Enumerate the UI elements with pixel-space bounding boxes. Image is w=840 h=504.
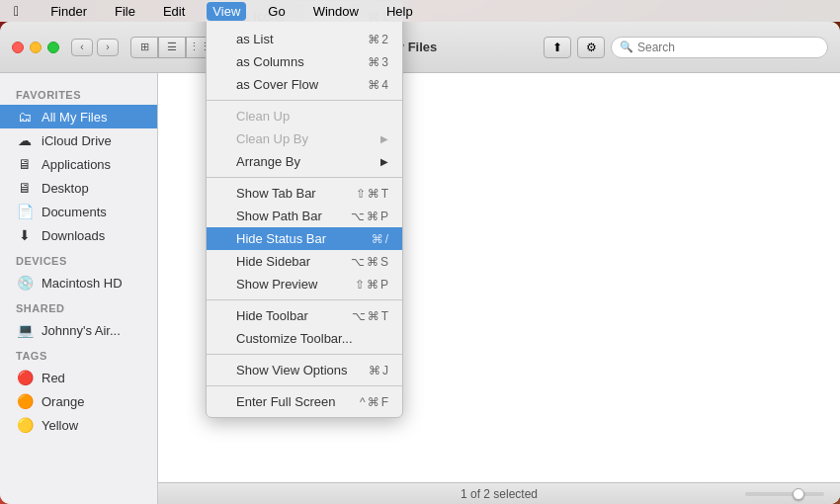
slider-track [745, 492, 824, 496]
go-menu[interactable]: Go [262, 2, 291, 21]
share-button[interactable]: ⬆ [544, 37, 571, 58]
as-columns-label: as Columns [236, 54, 368, 69]
sidebar-item-icloud-drive[interactable]: ☁ iCloud Drive [0, 128, 157, 152]
favorites-header: Favorites [0, 81, 157, 105]
show-tab-bar-label: Show Tab Bar [236, 186, 356, 201]
menu-item-as-cover-flow[interactable]: as Cover Flow ⌘4 [207, 73, 402, 96]
toolbar-right: ⬆ ⚙ 🔍 [544, 37, 828, 58]
menu-item-customize-toolbar[interactable]: Customize Toolbar... [207, 327, 402, 350]
customize-toolbar-label: Customize Toolbar... [236, 331, 388, 346]
edit-menu[interactable]: Edit [157, 2, 191, 21]
title-bar: ‹ › ⊞ ☰ ⋮⋮ ⧉ 🗂 All My Files ⬆ ⚙ 🔍 [0, 22, 840, 73]
hide-sidebar-shortcut: ⌥⌘S [351, 255, 388, 269]
show-tab-bar-shortcut: ⇧⌘T [356, 187, 388, 201]
downloads-label: Downloads [42, 228, 141, 243]
applications-icon: 🖥 [16, 156, 34, 172]
all-my-files-icon: 🗂 [16, 109, 34, 125]
menu-item-show-tab-bar[interactable]: Show Tab Bar ⇧⌘T [207, 182, 402, 205]
separator-3 [207, 299, 402, 300]
menu-item-hide-toolbar[interactable]: Hide Toolbar ⌥⌘T [207, 304, 402, 327]
finder-window: ‹ › ⊞ ☰ ⋮⋮ ⧉ 🗂 All My Files ⬆ ⚙ 🔍 Favori… [0, 22, 840, 504]
search-bar[interactable]: 🔍 [611, 37, 828, 58]
view-menu[interactable]: View [207, 2, 246, 21]
menu-item-hide-sidebar[interactable]: Hide Sidebar ⌥⌘S [207, 250, 402, 273]
tag-red-label: Red [42, 371, 141, 385]
sidebar-item-tag-red[interactable]: 🔴 Red [0, 366, 157, 389]
macintosh-hd-label: Macintosh HD [42, 276, 141, 291]
nav-buttons: ‹ › [71, 39, 119, 56]
as-list-label: as List [236, 32, 368, 46]
tag-red-icon: 🔴 [16, 370, 34, 385]
window-menu[interactable]: Window [307, 2, 365, 21]
sidebar-item-applications[interactable]: 🖥 Applications [0, 152, 157, 176]
zoom-slider[interactable] [745, 492, 824, 496]
hide-toolbar-shortcut: ⌥⌘T [352, 309, 388, 323]
menu-item-enter-full-screen[interactable]: Enter Full Screen ^⌘F [207, 390, 402, 413]
menu-item-hide-status-bar[interactable]: Hide Status Bar ⌘/ [207, 227, 402, 250]
list-view-button[interactable]: ☰ [158, 37, 186, 58]
clean-up-by-arrow: ▶ [380, 133, 388, 144]
menu-item-clean-up: Clean Up [207, 105, 402, 127]
search-icon: 🔍 [620, 41, 633, 53]
sidebar-item-johnnys-air[interactable]: 💻 Johnny's Air... [0, 318, 157, 342]
sidebar: Favorites 🗂 All My Files ☁ iCloud Drive … [0, 73, 158, 504]
sidebar-item-macintosh-hd[interactable]: 💿 Macintosh HD [0, 271, 157, 294]
devices-header: Devices [0, 247, 157, 271]
file-menu[interactable]: File [109, 2, 141, 21]
sidebar-item-downloads[interactable]: ⬇ Downloads [0, 223, 157, 247]
icloud-drive-label: iCloud Drive [42, 133, 141, 148]
applications-label: Applications [42, 157, 141, 172]
icon-view-button[interactable]: ⊞ [130, 37, 158, 58]
show-view-options-label: Show View Options [236, 363, 369, 378]
as-columns-shortcut: ⌘3 [368, 55, 388, 69]
tag-yellow-icon: 🟡 [16, 417, 34, 433]
menu-item-show-view-options[interactable]: Show View Options ⌘J [207, 359, 402, 381]
close-button[interactable] [12, 42, 24, 53]
clean-up-by-label: Clean Up By [236, 131, 380, 146]
enter-full-screen-label: Enter Full Screen [236, 394, 360, 409]
hide-status-bar-shortcut: ⌘/ [372, 232, 388, 246]
as-list-shortcut: ⌘2 [368, 33, 388, 46]
sidebar-item-tag-yellow[interactable]: 🟡 Yellow [0, 413, 157, 437]
documents-label: Documents [42, 205, 141, 219]
show-preview-label: Show Preview [236, 277, 355, 292]
hide-sidebar-label: Hide Sidebar [236, 254, 351, 269]
minimize-button[interactable] [30, 42, 42, 53]
menu-item-arrange-by[interactable]: Arrange By ▶ [207, 150, 402, 173]
action-button[interactable]: ⚙ [577, 37, 605, 58]
search-input[interactable] [637, 41, 819, 54]
menu-item-show-path-bar[interactable]: Show Path Bar ⌥⌘P [207, 205, 402, 227]
shared-header: Shared [0, 294, 157, 318]
apple-menu[interactable]:  [8, 1, 25, 21]
separator-5 [207, 385, 402, 386]
forward-button[interactable]: › [97, 39, 119, 56]
as-cover-flow-label: as Cover Flow [236, 77, 368, 92]
clean-up-label: Clean Up [236, 109, 388, 124]
sidebar-item-tag-orange[interactable]: 🟠 Orange [0, 389, 157, 413]
finder-menu[interactable]: Finder [44, 2, 93, 21]
show-preview-shortcut: ⇧⌘P [355, 278, 388, 292]
sidebar-item-desktop[interactable]: 🖥 Desktop [0, 176, 157, 200]
desktop-label: Desktop [42, 181, 141, 196]
back-button[interactable]: ‹ [71, 39, 93, 56]
menu-item-as-columns[interactable]: as Columns ⌘3 [207, 50, 402, 73]
show-path-bar-shortcut: ⌥⌘P [351, 210, 388, 223]
status-text: 1 of 2 selected [461, 487, 538, 501]
sidebar-item-all-my-files[interactable]: 🗂 All My Files [0, 105, 157, 128]
arrange-by-arrow: ▶ [380, 156, 388, 167]
view-dropdown-menu: ✓ as Icons ⌘1 as List ⌘2 as Columns ⌘3 a… [206, 0, 403, 418]
menu-item-show-preview[interactable]: Show Preview ⇧⌘P [207, 273, 402, 295]
main-area: Favorites 🗂 All My Files ☁ iCloud Drive … [0, 73, 840, 504]
tags-header: Tags [0, 342, 157, 366]
johnnys-air-icon: 💻 [16, 322, 34, 338]
tag-orange-label: Orange [42, 394, 141, 409]
separator-1 [207, 100, 402, 101]
help-menu[interactable]: Help [380, 2, 419, 21]
menu-bar:  Finder File Edit View Go Window Help [0, 0, 840, 22]
status-bar: 1 of 2 selected [158, 482, 840, 504]
menu-item-as-list[interactable]: as List ⌘2 [207, 28, 402, 50]
maximize-button[interactable] [47, 42, 59, 53]
menu-item-clean-up-by: Clean Up By ▶ [207, 127, 402, 150]
tag-yellow-label: Yellow [42, 418, 141, 433]
sidebar-item-documents[interactable]: 📄 Documents [0, 200, 157, 223]
